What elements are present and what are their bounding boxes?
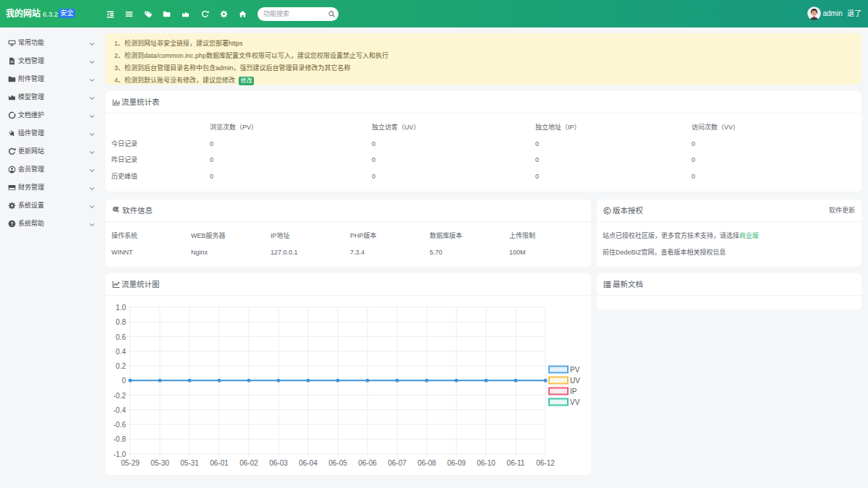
svg-text:1.0: 1.0: [116, 304, 126, 312]
svg-text:-0.4: -0.4: [114, 406, 127, 414]
svg-text:05-29: 05-29: [121, 459, 140, 467]
svg-text:06-12: 06-12: [536, 459, 555, 467]
svg-text:05-30: 05-30: [150, 459, 169, 467]
svg-text:06-11: 06-11: [507, 459, 525, 467]
svg-text:0: 0: [122, 377, 126, 385]
svg-text:06-04: 06-04: [299, 459, 318, 467]
svg-text:06-07: 06-07: [388, 459, 407, 467]
svg-text:0.8: 0.8: [116, 318, 126, 326]
svg-text:06-09: 06-09: [447, 459, 466, 467]
svg-text:06-01: 06-01: [210, 459, 229, 467]
svg-text:-0.2: -0.2: [114, 392, 127, 400]
svg-text:?: ?: [11, 221, 14, 226]
svg-text:0.6: 0.6: [116, 333, 126, 341]
svg-text:0.2: 0.2: [116, 362, 126, 370]
svg-text:06-02: 06-02: [239, 459, 258, 467]
svg-text:05-31: 05-31: [180, 459, 199, 467]
svg-text:IP: IP: [570, 388, 577, 395]
svg-text:-0.6: -0.6: [114, 421, 127, 429]
svg-text:06-08: 06-08: [417, 459, 436, 467]
svg-text:06-10: 06-10: [477, 459, 495, 467]
svg-text:06-06: 06-06: [358, 459, 377, 467]
svg-text:-0.8: -0.8: [114, 435, 127, 443]
svg-text:-1.0: -1.0: [114, 450, 127, 458]
svg-text:VV: VV: [570, 398, 580, 406]
svg-text:0.4: 0.4: [116, 348, 126, 356]
svg-text:UV: UV: [570, 377, 580, 385]
svg-text:06-05: 06-05: [328, 459, 347, 467]
svg-text:PV: PV: [570, 366, 580, 374]
svg-text:06-03: 06-03: [269, 459, 288, 467]
